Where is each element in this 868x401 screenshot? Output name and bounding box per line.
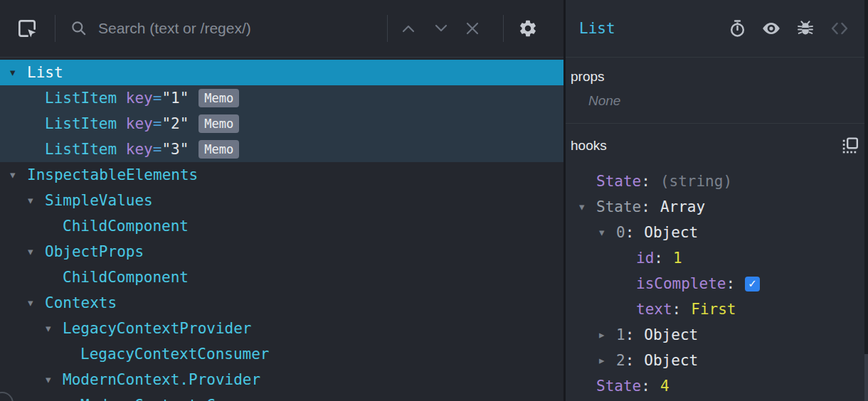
component-name: ObjectProps (45, 243, 144, 260)
key-attribute-value: "2" (162, 115, 189, 132)
colon: : (641, 198, 650, 215)
tree-row-listitem[interactable]: ListItem key="2"Memo (0, 111, 563, 137)
tree-row-objectprops[interactable]: ▾ObjectProps (0, 239, 563, 264)
components-tree-panel: ▾ListListItem key="1"MemoListItem key="2… (0, 0, 563, 401)
component-name: ChildComponent (63, 218, 189, 235)
hook-name: State (596, 198, 641, 215)
tree-row-moderncontext-provider[interactable]: ▾ModernContext.Provider (0, 367, 563, 392)
component-name: List (27, 64, 63, 81)
component-name: ListItem (45, 115, 117, 132)
tree-row-inspectableelements[interactable]: ▾InspectableElements (0, 162, 563, 188)
tree-row-listitem[interactable]: ListItem key="3"Memo (0, 137, 563, 162)
chevron-up-icon (401, 23, 416, 34)
hook-row-state[interactable]: ▾State:Array (566, 194, 868, 220)
hooks-section: hooks State:(string)▾State:Array▾0:Objec… (566, 124, 868, 401)
scrollbar-track[interactable] (864, 0, 868, 401)
hooks-header: hooks (566, 135, 868, 156)
component-name: LegacyContextProvider (63, 320, 252, 337)
tree-row-simplevalues[interactable]: ▾SimpleValues (0, 188, 563, 213)
eye-icon (761, 18, 782, 39)
hook-row-iscomplete: isComplete:✓ (566, 271, 868, 296)
stopwatch-icon (728, 19, 747, 38)
profiler-timer-button[interactable] (723, 14, 751, 43)
hook-value: Object (644, 326, 698, 343)
settings-button[interactable] (514, 14, 542, 43)
caret-down-icon[interactable]: ▾ (10, 169, 27, 181)
code-brackets-icon (830, 20, 850, 37)
colon: : (625, 224, 635, 241)
tree-row-list[interactable]: ▾List (0, 60, 563, 85)
toolbar-divider (55, 15, 55, 42)
colon: : (654, 250, 663, 267)
hook-value: 1 (673, 250, 682, 267)
hook-row-text: text:First (566, 296, 868, 322)
toolbar-divider (503, 15, 504, 42)
key-attribute-name: key (117, 115, 153, 132)
component-name: Contexts (45, 294, 117, 311)
tree-row-legacycontextconsumer[interactable]: LegacyContextConsumer (0, 341, 563, 367)
toolbar-divider (387, 15, 388, 42)
hook-name: State (596, 173, 641, 190)
hook-row-state: State:4 (566, 373, 868, 399)
view-source-button[interactable] (825, 14, 854, 43)
caret-down-icon[interactable]: ▾ (579, 200, 596, 213)
props-section: props None (566, 58, 868, 124)
gear-icon (518, 18, 538, 38)
scrollbar-thumb[interactable] (864, 354, 868, 401)
inspect-dom-button[interactable] (757, 14, 785, 43)
inspect-element-icon (16, 17, 38, 40)
tree-row-childcomponent[interactable]: ChildComponent (0, 213, 563, 239)
inspector-header: List (566, 0, 868, 58)
hook-name: 1 (616, 326, 625, 343)
caret-right-icon[interactable]: ▸ (599, 328, 616, 341)
tree-row-listitem[interactable]: ListItem key="1"Memo (0, 85, 563, 111)
tree-toolbar (0, 0, 563, 58)
search-icon (70, 19, 88, 38)
caret-down-icon[interactable]: ▾ (46, 373, 63, 386)
checkbox-checked[interactable]: ✓ (745, 277, 760, 292)
equals-sign: = (153, 141, 162, 158)
debug-log-button[interactable] (791, 14, 820, 43)
component-tree: ▾ListListItem key="1"MemoListItem key="2… (0, 58, 563, 401)
colon: : (625, 352, 635, 369)
hook-value: First (691, 301, 736, 318)
memo-badge: Memo (199, 89, 239, 107)
caret-down-icon[interactable]: ▾ (28, 245, 45, 258)
caret-down-icon[interactable]: ▾ (46, 322, 63, 335)
hook-row-1[interactable]: ▸1:Object (566, 322, 868, 348)
inspect-element-button[interactable] (14, 16, 40, 41)
previous-match-button[interactable] (395, 15, 422, 42)
caret-right-icon[interactable]: ▸ (599, 354, 616, 367)
next-match-button[interactable] (428, 15, 455, 42)
props-empty-value: None (588, 93, 868, 109)
hook-row-2[interactable]: ▸2:Object (566, 348, 868, 373)
caret-down-icon[interactable]: ▾ (28, 296, 45, 309)
tree-row-childcomponent[interactable]: ChildComponent (0, 264, 563, 290)
component-name: ListItem (45, 90, 117, 107)
hook-row-id: id:1 (566, 245, 868, 271)
component-name: SimpleValues (45, 192, 153, 209)
tree-row-legacycontextprovider[interactable]: ▾LegacyContextProvider (0, 316, 563, 341)
colon: : (641, 378, 650, 395)
inspector-header-icons (723, 14, 854, 43)
tree-row-contexts[interactable]: ▾Contexts (0, 290, 563, 316)
hook-row-0[interactable]: ▾0:Object (566, 220, 868, 245)
component-name: ListItem (45, 141, 117, 158)
hook-value: Array (660, 198, 705, 215)
hook-value: 4 (660, 378, 669, 395)
clear-search-button[interactable] (459, 15, 486, 42)
colon: : (625, 326, 635, 343)
hook-value: (string) (660, 173, 732, 190)
caret-down-icon[interactable]: ▾ (599, 226, 616, 239)
tree-row-moderncontext-consumer[interactable]: ModernContext.Consumer (0, 392, 563, 401)
parse-hook-names-button[interactable] (840, 135, 861, 156)
caret-down-icon[interactable]: ▾ (28, 194, 45, 207)
hook-row-state: State:(string) (566, 169, 868, 194)
component-name: ModernContext.Provider (63, 371, 260, 388)
component-name: InspectableElements (27, 166, 198, 183)
component-name: ModernContext.Consumer (80, 397, 278, 401)
hook-value: Object (644, 224, 698, 241)
caret-down-icon[interactable]: ▾ (10, 66, 27, 79)
equals-sign: = (153, 115, 162, 132)
search-input[interactable] (98, 20, 384, 37)
